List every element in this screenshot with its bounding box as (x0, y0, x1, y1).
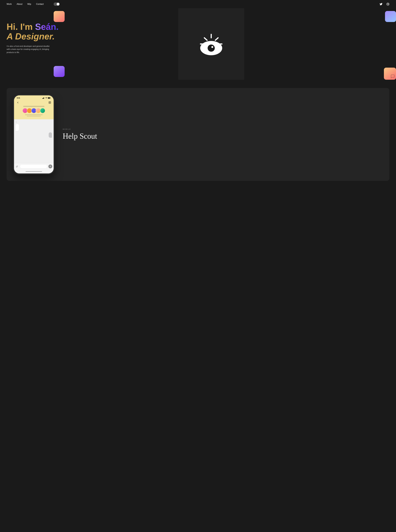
phone-attach-button[interactable] (15, 165, 19, 168)
status-icons (42, 97, 51, 99)
hero-section: Hi. I'm Seán. A Designer. I'm also a fro… (0, 8, 396, 80)
svg-rect-10 (43, 98, 43, 99)
project-card-helpscout: 9:41 (7, 88, 389, 181)
nav-link-about[interactable]: About (17, 3, 22, 5)
battery-icon (48, 97, 51, 99)
dribbble-icon[interactable] (386, 3, 389, 6)
chat-bubble-left-1 (16, 124, 19, 131)
navigation: Work About Wip Contact (0, 0, 396, 8)
svg-rect-9 (42, 98, 43, 99)
svg-line-2 (204, 38, 207, 40)
chat-dot (16, 121, 17, 123)
phone-mockup: 9:41 (13, 95, 54, 174)
phone-action-button[interactable] (48, 101, 52, 104)
square-top-right (385, 11, 396, 22)
svg-rect-14 (48, 97, 50, 98)
chat-icon (390, 74, 395, 79)
chat-bubble-right-1 (49, 132, 52, 138)
nav-left: Work About Wip Contact (7, 2, 60, 6)
project-title: Help Scout (63, 132, 383, 140)
hero-name: Seán. (35, 22, 58, 32)
phone-screen: 9:41 (14, 95, 54, 173)
hero-text: Hi. I'm Seán. A Designer. I'm also a fro… (7, 11, 59, 54)
phone-send-button[interactable] (48, 165, 52, 168)
square-top-left (54, 11, 65, 22)
phone-subtitle-bar-1 (25, 114, 43, 115)
nav-link-work[interactable]: Work (7, 3, 12, 5)
svg-point-8 (211, 46, 213, 48)
square-bottom-right (384, 68, 396, 80)
nav-link-contact[interactable]: Contact (36, 3, 44, 5)
phone-message-input[interactable] (20, 164, 47, 168)
phone-header (14, 99, 54, 119)
nav-link-wip[interactable]: Wip (27, 3, 31, 5)
eye-illustration-area (178, 8, 244, 80)
phone-subtitle-bar-2 (27, 116, 41, 117)
phone-time: 9:41 (17, 97, 20, 99)
theme-toggle-knob (57, 3, 59, 6)
phone-back-button[interactable] (16, 101, 19, 104)
avatar-5 (40, 108, 45, 113)
project-label: MOBILE (63, 128, 383, 130)
phone-status-bar: 9:41 (14, 95, 54, 99)
twitter-icon[interactable] (379, 3, 383, 6)
wifi-icon (45, 97, 47, 99)
phone-title-bar (23, 106, 44, 107)
phone-input-bar (14, 163, 54, 170)
phone-bottom-area (14, 170, 54, 173)
svg-line-3 (215, 38, 218, 40)
svg-rect-12 (44, 97, 44, 99)
phone-chat-area (14, 119, 54, 163)
hero-hi: Hi. I'm (7, 22, 35, 32)
svg-rect-11 (43, 97, 44, 99)
projects-section: 9:41 (0, 80, 396, 189)
phone-home-indicator (26, 171, 42, 172)
project-info: MOBILE Help Scout (63, 128, 383, 140)
svg-point-7 (208, 45, 215, 52)
hero-subtext: I'm also a front-end developer and gener… (7, 45, 51, 54)
hero-heading: Hi. I'm Seán. A Designer. (7, 22, 59, 41)
eye-illustration-svg (193, 30, 229, 58)
theme-toggle[interactable] (54, 2, 60, 6)
phone-header-bar (16, 101, 52, 104)
nav-right (379, 3, 389, 6)
hero-designer: A Designer. (7, 31, 55, 41)
signal-icon (42, 97, 45, 99)
square-bottom-left (54, 66, 65, 77)
phone-screen-inner: 9:41 (14, 95, 54, 173)
phone-avatars (16, 108, 52, 113)
